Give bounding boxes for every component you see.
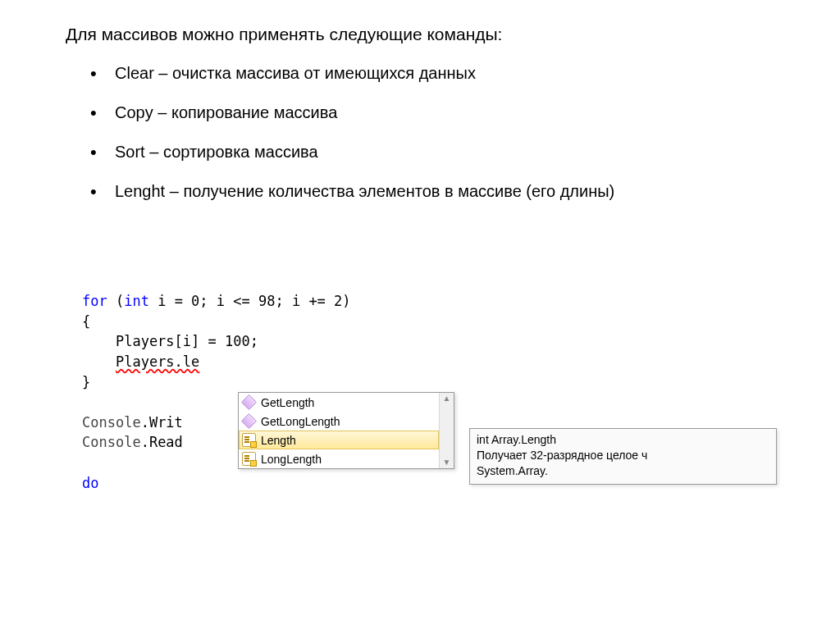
property-icon bbox=[242, 433, 256, 447]
tooltip-signature: int Array.Length bbox=[477, 432, 769, 448]
code-line: for (int i = 0; i <= 98; i += 2) bbox=[82, 291, 840, 312]
code-line: } bbox=[82, 372, 840, 393]
bullet-item: Lenght – получение количества элементов … bbox=[98, 180, 791, 202]
intellisense-popup[interactable]: GetLength GetLongLength Length LongLengt… bbox=[238, 392, 454, 469]
property-icon bbox=[242, 452, 256, 466]
autocomplete-label: LongLength bbox=[261, 453, 322, 466]
syntax-error-text: Players.le bbox=[116, 353, 199, 370]
tooltip-description: System.Array. bbox=[477, 463, 769, 479]
bullet-item: Clear – очистка массива от имеющихся дан… bbox=[98, 62, 791, 84]
bullet-item: Sort – сортировка массива bbox=[98, 141, 791, 162]
code-line: { bbox=[82, 312, 840, 332]
autocomplete-scrollbar[interactable]: ▲ ▼ bbox=[439, 393, 454, 468]
autocomplete-label: GetLength bbox=[261, 396, 314, 409]
code-line: Players[i] = 100; bbox=[82, 331, 840, 352]
autocomplete-item-selected[interactable]: Length bbox=[239, 431, 439, 449]
tooltip-description: Получает 32-разрядное целое ч bbox=[477, 448, 769, 463]
autocomplete-item[interactable]: LongLength bbox=[239, 449, 439, 468]
intellisense-tooltip: int Array.Length Получает 32-разрядное ц… bbox=[469, 428, 777, 485]
autocomplete-item[interactable]: GetLongLength bbox=[239, 412, 439, 431]
intro-heading: Для массивов можно применять следующие к… bbox=[66, 25, 791, 44]
autocomplete-label: Length bbox=[261, 434, 296, 447]
scroll-down-icon[interactable]: ▼ bbox=[443, 458, 451, 467]
code-line: Players.le bbox=[82, 352, 840, 372]
autocomplete-item[interactable]: GetLength bbox=[239, 393, 439, 412]
autocomplete-label: GetLongLength bbox=[261, 415, 340, 428]
command-list: Clear – очистка массива от имеющихся дан… bbox=[98, 62, 791, 202]
method-icon bbox=[241, 413, 257, 429]
method-icon bbox=[241, 394, 257, 410]
scroll-up-icon[interactable]: ▲ bbox=[443, 394, 451, 403]
bullet-item: Copy – копирование массива bbox=[98, 102, 791, 123]
